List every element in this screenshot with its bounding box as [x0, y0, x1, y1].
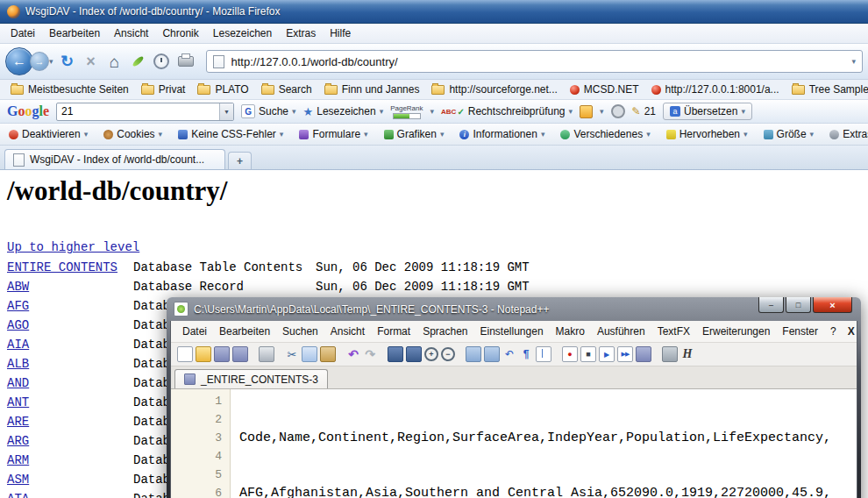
- wd-caret[interactable]: ▾: [280, 130, 284, 139]
- npp-menu-format[interactable]: Format: [371, 323, 416, 340]
- reload-button[interactable]: ↻: [58, 53, 77, 69]
- editor-text[interactable]: Code,Name,Continent,Region,SurfaceArea,I…: [231, 389, 831, 498]
- npp-menu-bearbeiten[interactable]: Bearbeiten: [213, 323, 276, 340]
- url-dropdown-caret[interactable]: ▾: [851, 57, 856, 66]
- html-preview-icon[interactable]: H: [680, 347, 694, 361]
- pagerank-widget[interactable]: PageRank: [390, 104, 423, 119]
- listing-entry-link[interactable]: ATA: [7, 492, 133, 498]
- save-all-icon[interactable]: [232, 346, 248, 362]
- maximize-button[interactable]: □: [786, 297, 811, 313]
- save-macro-icon[interactable]: [636, 346, 651, 362]
- bookmark-finn-und-jannes[interactable]: Finn und Jannes: [319, 82, 425, 97]
- tab-wsgidav[interactable]: WsgiDAV - Index of /world-db/count...: [4, 149, 225, 169]
- npp-menu-makro[interactable]: Makro: [550, 323, 591, 340]
- webdev-cookies[interactable]: Cookies▾: [100, 126, 166, 142]
- stop-button[interactable]: ×: [82, 53, 101, 69]
- sync-scroll-v-icon[interactable]: [466, 346, 481, 362]
- print-icon[interactable]: [259, 346, 274, 362]
- webdev-groesse[interactable]: Größe▾: [760, 126, 818, 142]
- npp-menu-ansicht[interactable]: Ansicht: [324, 323, 371, 340]
- ff-menu-extras[interactable]: Extras: [279, 25, 323, 42]
- wd-caret[interactable]: ▾: [541, 130, 545, 139]
- npp-menu-help[interactable]: ?: [824, 323, 843, 340]
- listing-entry-link[interactable]: ASM: [7, 473, 133, 487]
- notes-count[interactable]: ✎ 21: [632, 105, 656, 117]
- google-search-box[interactable]: ▼: [56, 103, 234, 121]
- cut-icon[interactable]: ✂: [285, 347, 299, 361]
- search-history-dropdown[interactable]: ▼: [219, 103, 233, 120]
- listing-entry-link[interactable]: AFG: [7, 299, 133, 313]
- listing-entry-link[interactable]: AIA: [7, 338, 133, 352]
- npp-menu-einstellungen[interactable]: Einstellungen: [474, 323, 550, 340]
- save-icon[interactable]: [214, 346, 230, 362]
- webdev-formulare[interactable]: Formulare▾: [295, 126, 371, 142]
- translate-caret[interactable]: ▾: [741, 107, 745, 116]
- new-file-icon[interactable]: [177, 346, 193, 362]
- notepad-titlebar[interactable]: C:\Users\Martin\AppData\Local\Temp\_ENTI…: [170, 297, 857, 321]
- autofill-caret[interactable]: ▾: [600, 107, 604, 116]
- webdev-informationen[interactable]: iInformationen▾: [456, 126, 548, 142]
- webdev-verschiedenes[interactable]: Verschiedenes▾: [557, 126, 653, 142]
- bookmark-sourceforge[interactable]: http://sourceforge.net...: [426, 82, 562, 97]
- ff-menu-hilfe[interactable]: Hilfe: [323, 25, 358, 42]
- indent-guide-icon[interactable]: [536, 346, 551, 362]
- listing-entry-link[interactable]: ABW: [7, 280, 133, 294]
- bookmark-meistbesuchte[interactable]: Meistbesuchte Seiten: [5, 82, 134, 97]
- ff-menu-bearbeiten[interactable]: Bearbeiten: [42, 25, 107, 42]
- doc-monitor-icon[interactable]: [662, 346, 678, 362]
- url-input[interactable]: [230, 54, 847, 69]
- run-macro-multiple-icon[interactable]: ▶▶: [617, 346, 633, 362]
- wd-caret[interactable]: ▾: [84, 130, 89, 139]
- bookmark-privat[interactable]: Privat: [136, 82, 191, 97]
- npp-menu-textfx[interactable]: TextFX: [651, 323, 696, 340]
- search-caret[interactable]: ▾: [292, 107, 296, 116]
- autofill-icon[interactable]: [580, 105, 593, 118]
- webdev-extras[interactable]: Extras▾: [826, 126, 868, 142]
- bookmarks-caret[interactable]: ▾: [380, 107, 384, 116]
- listing-entry-link[interactable]: ALB: [7, 357, 133, 371]
- wd-caret[interactable]: ▾: [159, 130, 163, 139]
- new-tab-button[interactable]: +: [228, 152, 252, 169]
- stop-macro-icon[interactable]: ■: [580, 346, 596, 362]
- bookmark-mcsd[interactable]: MCSD.NET: [565, 82, 644, 97]
- word-wrap-icon[interactable]: ↶: [502, 347, 516, 361]
- wd-caret[interactable]: ▾: [364, 130, 368, 139]
- npp-menu-erweiterungen[interactable]: Erweiterungen: [696, 323, 776, 340]
- listing-entry-link[interactable]: ARG: [7, 434, 133, 448]
- google-search-input[interactable]: [57, 105, 219, 117]
- npp-menu-sprachen[interactable]: Sprachen: [416, 323, 473, 340]
- wd-caret[interactable]: ▾: [646, 130, 651, 139]
- tab-entire-contents[interactable]: _ENTIRE_CONTENTS-3: [174, 369, 328, 388]
- quill-icon[interactable]: [131, 55, 145, 68]
- listing-entry-link[interactable]: AGO: [7, 318, 133, 332]
- npp-menu-suchen[interactable]: Suchen: [276, 323, 324, 340]
- play-macro-icon[interactable]: ▶: [599, 346, 615, 362]
- bookmark-search[interactable]: Search: [256, 82, 317, 97]
- replace-icon[interactable]: [406, 346, 422, 362]
- paste-icon[interactable]: [320, 346, 336, 362]
- listing-entry-link[interactable]: AND: [7, 376, 133, 390]
- zoom-out-icon[interactable]: −: [441, 347, 455, 361]
- find-icon[interactable]: [388, 346, 403, 362]
- webdev-hervorheben[interactable]: Hervorheben▾: [663, 126, 751, 142]
- wd-caret[interactable]: ▾: [440, 130, 445, 139]
- home-button[interactable]: ⌂: [105, 53, 125, 70]
- ff-menu-chronik[interactable]: Chronik: [155, 25, 205, 42]
- close-document-x[interactable]: X: [843, 325, 860, 338]
- copy-icon[interactable]: [302, 346, 317, 362]
- close-button[interactable]: ×: [813, 297, 852, 313]
- history-dropdown-caret[interactable]: ▾: [49, 57, 53, 66]
- bookmark-localhost-8001[interactable]: http://127.0.0.1:8001/a...: [646, 82, 785, 97]
- record-macro-icon[interactable]: ●: [562, 346, 578, 362]
- editor-area[interactable]: 1 2 3 4 5 6 Code,Name,Continent,Region,S…: [171, 389, 857, 498]
- webdev-css[interactable]: Keine CSS-Fehler▾: [174, 126, 287, 142]
- open-file-icon[interactable]: [196, 346, 211, 362]
- spellcheck-button[interactable]: ABC ✓ Rechtschreibprüfung ▾: [441, 105, 573, 117]
- redo-icon[interactable]: ↷: [363, 347, 377, 361]
- history-clock-icon[interactable]: [153, 53, 169, 69]
- up-to-higher-level-link[interactable]: Up to higher level: [7, 240, 139, 254]
- forward-button[interactable]: →: [30, 52, 49, 71]
- print-icon[interactable]: [178, 56, 194, 67]
- firefox-titlebar[interactable]: WsgiDAV - Index of /world-db/country/ - …: [0, 0, 868, 24]
- gear-icon[interactable]: [611, 104, 625, 118]
